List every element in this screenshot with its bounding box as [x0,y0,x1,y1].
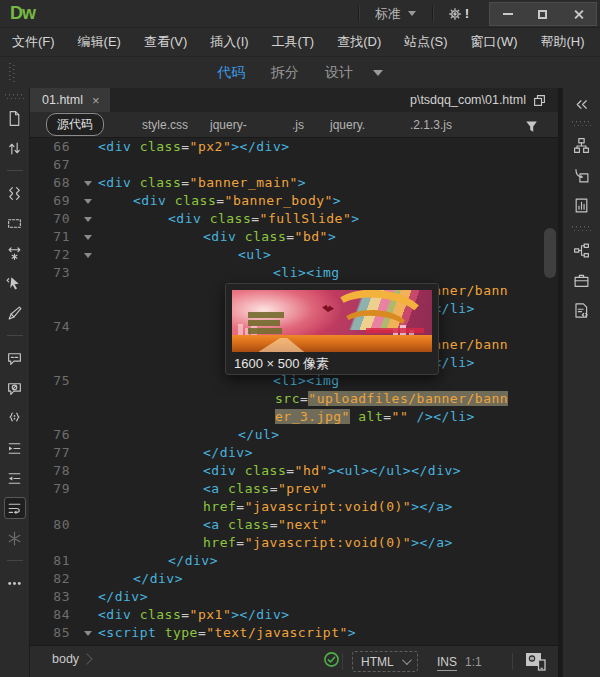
code-line: 81</div> [30,552,558,570]
toolbar-grip-handle[interactable] [9,63,16,82]
code-line: 83</div> [30,588,558,606]
panel-grip-handle[interactable] [572,226,592,231]
device-preview-icon[interactable] [525,652,547,671]
line-number [30,498,78,516]
window-controls [489,2,597,26]
fold-arrow-icon[interactable] [84,631,92,636]
line-number: 69 [30,192,78,210]
expand-all-icon[interactable] [4,242,26,264]
image-art [248,328,282,334]
collapse-panels-button[interactable] [571,93,593,115]
insert-mode-toggle[interactable]: INS [437,655,457,671]
collapse-tags-icon[interactable] [4,182,26,204]
line-number: 83 [30,588,78,606]
select-parent-tag-icon[interactable] [4,272,26,294]
code-text: <a class="next" [98,516,558,534]
divider [7,335,23,336]
tab-close-icon[interactable]: × [92,94,100,107]
menu-item[interactable]: 查找(D) [337,33,381,51]
apply-comment-icon[interactable] [4,347,26,369]
word-wrap-icon[interactable] [4,497,26,519]
doc-type-dropdown[interactable]: HTML [352,651,418,672]
fold-gutter [78,588,98,606]
status-bar: body HTML INS 1:1 [30,645,558,677]
fold-arrow-icon[interactable] [84,199,92,204]
menu-item[interactable]: 插入(I) [210,33,248,51]
line-number: 67 [30,156,78,174]
line-number: 76 [30,426,78,444]
code-text: <a class="prev" [98,480,558,498]
maximize-button[interactable] [530,5,556,23]
assets-icon[interactable] [571,269,593,291]
collapse-selection-icon[interactable] [4,212,26,234]
remove-comment-icon[interactable] [4,377,26,399]
tag-selector-body[interactable]: body [52,652,91,666]
toolbar-grip-handle[interactable] [5,94,25,99]
related-file-item[interactable]: style.css [142,118,188,132]
close-button[interactable] [565,5,591,23]
view-mode-button[interactable]: 拆分 [271,64,299,82]
code-text: <div class="px2"></div> [98,138,558,156]
panel-grip-handle[interactable] [572,121,592,126]
freeze-js-icon[interactable] [4,527,26,549]
files-sitemap-icon[interactable] [571,134,593,156]
image-art [248,312,284,318]
view-mode-button[interactable]: 设计 [325,64,353,82]
workspace-switcher[interactable]: 标准 [359,5,432,23]
sync-settings-button[interactable]: ! [433,6,483,22]
insert-panel-icon[interactable] [571,164,593,186]
fold-arrow-icon[interactable] [84,235,92,240]
menu-item[interactable]: 帮助(H) [541,33,585,51]
indent-icon[interactable] [4,437,26,459]
fold-gutter [78,282,98,300]
document-area: 01.html × p\tsdqq_com\01.html 源代码style.c… [30,88,558,677]
lint-ok-icon[interactable] [323,651,340,668]
cursor-position: 1:1 [465,655,482,669]
line-number: 73 [30,264,78,282]
outdent-icon[interactable] [4,467,26,489]
code-text: <div class="banner_body"> [98,192,558,210]
new-file-icon[interactable] [4,107,26,129]
minimize-button[interactable] [495,5,521,23]
divider [512,653,513,670]
related-files-bar: 源代码style.cssjquery-.jsjquery..2.1.3.js [30,112,558,138]
code-line: 70<div class="fullSlide"> [30,210,558,228]
line-number: 82 [30,570,78,588]
code-text: er_3.jpg" alt="" /></li> [98,408,558,426]
menu-item[interactable]: 窗口(W) [471,33,518,51]
snippets-icon[interactable] [571,299,593,321]
line-number: 71 [30,228,78,246]
document-tab[interactable]: 01.html × [30,88,110,112]
chevron-down-icon[interactable] [373,70,383,76]
fold-arrow-icon[interactable] [84,253,92,258]
related-file-item[interactable]: .2.1.3.js [410,118,452,132]
format-source-icon[interactable] [4,302,26,324]
related-file-item[interactable]: .js [292,118,304,132]
menu-item[interactable]: 编辑(E) [78,33,121,51]
related-file-item[interactable]: jquery- [210,118,247,132]
related-file-item[interactable]: jquery. [330,118,365,132]
related-file-source[interactable]: 源代码 [46,113,104,136]
menu-item[interactable]: 文件(F) [12,33,55,51]
code-line: 84<div class="px1"></div> [30,606,558,624]
fold-gutter [78,156,98,174]
fold-gutter [78,138,98,156]
vertical-scrollbar-thumb[interactable] [544,228,556,278]
fold-arrow-icon[interactable] [84,217,92,222]
workspace-label: 标准 [375,5,401,23]
cc-libraries-icon[interactable] [571,194,593,216]
sort-updown-icon[interactable] [4,137,26,159]
line-number: 80 [30,516,78,534]
code-editor[interactable]: 66<div class="px2"></div>6768<div class=… [30,138,558,645]
menu-item[interactable]: 查看(V) [144,33,187,51]
menu-item[interactable]: 工具(T) [272,33,315,51]
filter-icon[interactable] [523,118,540,135]
menu-item[interactable]: 站点(S) [404,33,447,51]
view-mode-code[interactable]: 代码 [217,64,245,82]
braces-icon[interactable] [4,407,26,429]
cascade-windows-icon[interactable] [533,94,546,107]
dom-tree-icon[interactable] [571,239,593,261]
line-number: 70 [30,210,78,228]
fold-arrow-icon[interactable] [84,181,92,186]
more-icon[interactable] [4,572,26,594]
